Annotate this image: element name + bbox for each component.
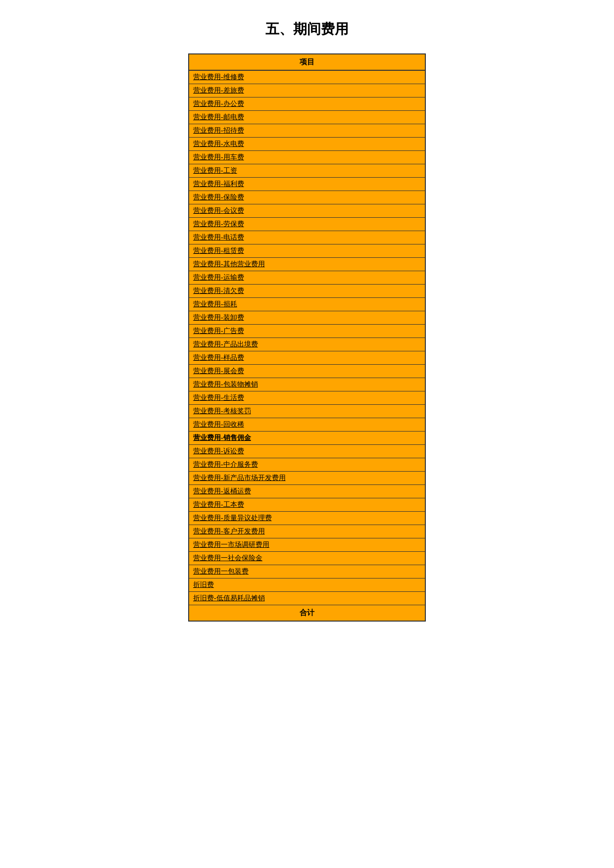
table-row: 营业费用-运输费 [189, 271, 425, 285]
table-row: 折旧费 [189, 579, 425, 592]
table-row: 营业费用-客户开发费用 [189, 525, 425, 538]
table-row: 营业费用-销售佣金 [189, 432, 425, 445]
table-row: 营业费用-装卸费 [189, 311, 425, 325]
table-footer: 合计 [189, 605, 425, 621]
table-row: 营业费用-其他营业费用 [189, 258, 425, 271]
table-row: 营业费用-清欠费 [189, 285, 425, 298]
table-row: 营业费用一包装费 [189, 565, 425, 579]
table-row: 营业费用-办公费 [189, 97, 425, 111]
table-row: 营业费用-展会费 [189, 365, 425, 378]
table-row: 营业费用-水电费 [189, 138, 425, 151]
table-row: 营业费用-保险费 [189, 191, 425, 204]
table-row: 营业费用一市场调研费用 [189, 538, 425, 552]
table-row: 营业费用-工本费 [189, 498, 425, 512]
table-row: 营业费用-包装物摊销 [189, 378, 425, 391]
table-row: 营业费用-电话费 [189, 231, 425, 244]
table-row: 营业费用-差旅费 [189, 84, 425, 97]
table-row: 营业费用-邮电费 [189, 111, 425, 124]
table-row: 营业费用-返桶运费 [189, 485, 425, 498]
table-row: 营业费用-考核奖罚 [189, 405, 425, 418]
table-row: 营业费用-样品费 [189, 351, 425, 365]
table-row: 营业费用-工资 [189, 164, 425, 178]
table-row: 营业费用-质量异议处理费 [189, 512, 425, 525]
table-row: 营业费用-用车费 [189, 151, 425, 164]
table-row: 折旧费-低值易耗品摊销 [189, 592, 425, 605]
table-row: 营业费用-损耗 [189, 298, 425, 311]
table-row: 营业费用-劳保费 [189, 218, 425, 231]
table-row: 营业费用-产品出境费 [189, 338, 425, 351]
table-row: 营业费用-新产品市场开发费用 [189, 472, 425, 485]
expense-table: 项目 营业费用-维修费营业费用-差旅费营业费用-办公费营业费用-邮电费营业费用-… [188, 53, 426, 622]
table-header: 项目 [189, 54, 425, 71]
table-row: 营业费用-生活费 [189, 391, 425, 405]
page-title: 五、期间费用 [0, 20, 614, 39]
table-row: 营业费用-招待费 [189, 124, 425, 138]
table-row: 营业费用-维修费 [189, 71, 425, 84]
table-row: 营业费用-中介服务费 [189, 458, 425, 472]
table-row: 营业费用-回收稀 [189, 418, 425, 432]
table-row: 营业费用-福利费 [189, 178, 425, 191]
table-row: 营业费用一社会保险金 [189, 552, 425, 565]
table-row: 营业费用-诉讼费 [189, 445, 425, 458]
table-row: 营业费用-租赁费 [189, 244, 425, 258]
table-row: 营业费用-广告费 [189, 325, 425, 338]
table-row: 营业费用-会议费 [189, 204, 425, 218]
